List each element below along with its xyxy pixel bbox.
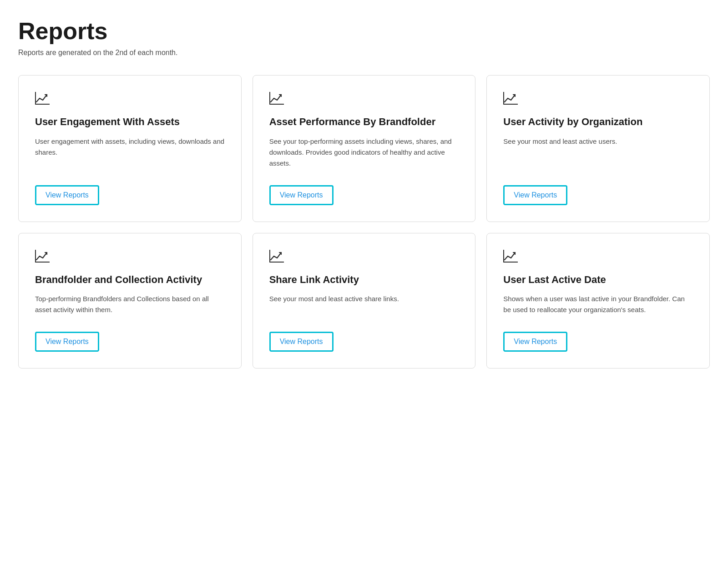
svg-rect-8	[269, 262, 284, 263]
svg-rect-7	[35, 250, 36, 263]
card-description-brandfolder-collection: Top-performing Brandfolders and Collecti…	[35, 293, 225, 315]
view-reports-button-user-last-active[interactable]: View Reports	[503, 332, 567, 352]
report-card-share-link: Share Link Activity See your most and le…	[253, 233, 476, 369]
report-card-asset-performance: Asset Performance By Brandfolder See you…	[253, 75, 476, 222]
card-title-brandfolder-collection: Brandfolder and Collection Activity	[35, 273, 225, 287]
page-title: Reports	[18, 18, 710, 44]
svg-rect-2	[269, 104, 284, 105]
report-card-brandfolder-collection: Brandfolder and Collection Activity Top-…	[18, 233, 242, 369]
card-description-user-activity: See your most and least active users.	[503, 136, 693, 169]
reports-grid: User Engagement With Assets User engagem…	[18, 75, 710, 369]
report-card-user-engagement: User Engagement With Assets User engagem…	[18, 75, 242, 222]
card-title-user-last-active: User Last Active Date	[503, 273, 693, 287]
report-card-user-activity: User Activity by Organization See your m…	[486, 75, 710, 222]
svg-rect-10	[503, 262, 518, 263]
view-reports-button-share-link[interactable]: View Reports	[269, 332, 334, 352]
page-subtitle: Reports are generated on the 2nd of each…	[18, 49, 710, 57]
card-title-share-link: Share Link Activity	[269, 273, 459, 287]
view-reports-button-brandfolder-collection[interactable]: View Reports	[35, 332, 99, 352]
card-description-user-engagement: User engagement with assets, including v…	[35, 136, 225, 169]
svg-rect-11	[503, 250, 504, 263]
view-reports-button-user-engagement[interactable]: View Reports	[35, 185, 99, 205]
svg-rect-1	[35, 92, 36, 105]
chart-icon	[503, 92, 693, 106]
svg-rect-0	[35, 104, 50, 105]
svg-rect-6	[35, 262, 50, 263]
view-reports-button-asset-performance[interactable]: View Reports	[269, 185, 334, 205]
svg-rect-9	[269, 250, 270, 263]
card-title-asset-performance: Asset Performance By Brandfolder	[269, 116, 459, 129]
svg-rect-3	[269, 92, 270, 105]
card-title-user-activity: User Activity by Organization	[503, 116, 693, 129]
svg-rect-4	[503, 104, 518, 105]
card-title-user-engagement: User Engagement With Assets	[35, 116, 225, 129]
view-reports-button-user-activity[interactable]: View Reports	[503, 185, 567, 205]
chart-icon	[269, 250, 459, 264]
chart-icon	[35, 92, 225, 106]
chart-icon	[269, 92, 459, 106]
card-description-share-link: See your most and least active share lin…	[269, 293, 459, 315]
svg-rect-5	[503, 92, 504, 105]
card-description-user-last-active: Shows when a user was last active in you…	[503, 293, 693, 315]
report-card-user-last-active: User Last Active Date Shows when a user …	[486, 233, 710, 369]
chart-icon	[35, 250, 225, 264]
chart-icon	[503, 250, 693, 264]
page-header: Reports Reports are generated on the 2nd…	[18, 18, 710, 57]
card-description-asset-performance: See your top-performing assets including…	[269, 136, 459, 169]
